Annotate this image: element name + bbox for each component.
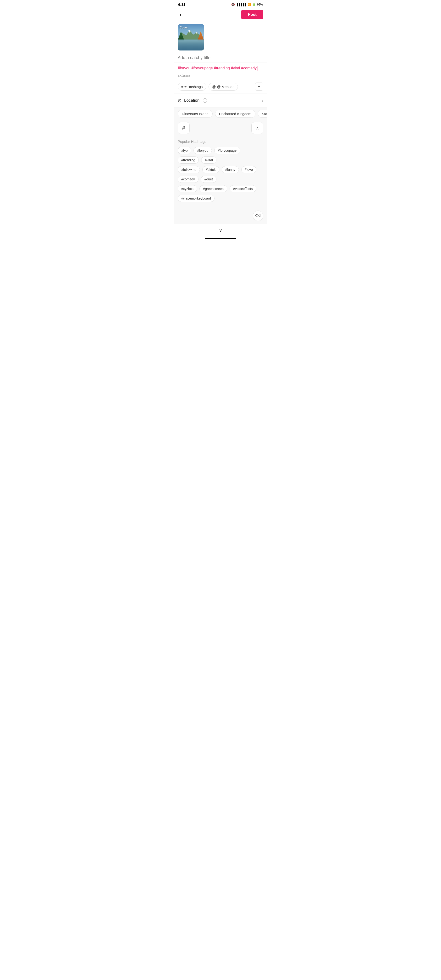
hashtags-button[interactable]: # # Hashtags [178, 83, 206, 91]
location-chip-dinosaurs[interactable]: Dinosaurs Island [178, 110, 213, 118]
tag-chip-love[interactable]: #love [241, 166, 256, 173]
mentions-row: @facemojikeyboard [178, 195, 263, 202]
more-button[interactable]: + [255, 83, 263, 91]
at-symbol-icon: @ [212, 85, 216, 89]
location-pin-icon: ⊙ [178, 98, 182, 103]
plus-icon: + [258, 84, 260, 89]
collapse-button[interactable]: ∧ [251, 122, 263, 134]
battery-icon: 🔋 [252, 3, 256, 6]
tag-chip-foryou[interactable]: #foryou [194, 147, 212, 154]
tags-row-1: #fyp #foryou #foryoupage #trending #vira… [178, 147, 263, 164]
top-nav: ‹ Post [174, 8, 267, 22]
location-chip-starcity[interactable]: Star City [258, 110, 267, 118]
location-info-icon: i [203, 98, 207, 103]
mention-button[interactable]: @ @ Mention [209, 83, 238, 91]
tag-viral: #viral [231, 66, 240, 70]
wifi-icon: 🛜 [247, 3, 251, 6]
mute-icon: 🔇 [231, 3, 235, 6]
popular-hashtags-title: Popular Hashtags [178, 140, 263, 143]
toolbar: # # Hashtags @ @ Mention + [174, 81, 267, 94]
chevron-down-icon[interactable]: ∨ [219, 227, 222, 233]
keyboard-dismiss-area: ⌫ [174, 208, 267, 224]
location-label: Location [184, 98, 200, 103]
tag-comedy: #comedy [241, 66, 257, 70]
hash-icon: # [182, 125, 185, 131]
tag-chip-voiceeffects[interactable]: #voiceeffects [230, 185, 256, 192]
water-reflection [178, 40, 204, 51]
keyboard-dismiss-button[interactable]: ⌫ [253, 210, 263, 221]
hash-symbol-icon: # [181, 85, 183, 89]
location-left: ⊙ Location i [178, 98, 207, 103]
hash-filter-button[interactable]: # [178, 122, 190, 134]
tag-trending: #trending [214, 66, 230, 70]
status-icons: 🔇 ▐▐▐▐▐ 🛜 🔋 92% [231, 3, 263, 6]
text-cursor [258, 66, 258, 71]
home-indicator [205, 238, 236, 239]
popular-hashtags-section: Popular Hashtags #fyp #foryou #foryoupag… [174, 136, 267, 208]
bottom-chevron-area: ∨ [174, 224, 267, 236]
description-area[interactable]: #foryou #foryoupage #trending #viral #co… [174, 62, 267, 72]
back-button[interactable]: ‹ [178, 10, 183, 19]
tags-row-2: #followme #tiktok #funny #love #comedy #… [178, 166, 263, 183]
location-chip-enchanted[interactable]: Enchanted Kingdom [215, 110, 255, 118]
location-chips-row: Dinosaurs Island Enchanted Kingdom Star … [174, 107, 267, 120]
tag-chip-duet[interactable]: #duet [201, 176, 216, 183]
battery-percent: 92% [257, 3, 263, 6]
tag-chip-fyp[interactable]: #fyp [178, 147, 191, 154]
tag-chip-xyzbca[interactable]: #xyzbca [178, 185, 197, 192]
cover-thumbnail[interactable]: Cover [178, 24, 204, 51]
status-bar: 6:31 🔇 ▐▐▐▐▐ 🛜 🔋 92% [174, 0, 267, 8]
tag-chip-viral[interactable]: #viral [201, 156, 216, 164]
collapse-icon: ∧ [256, 126, 259, 130]
tag-chip-funny[interactable]: #funny [222, 166, 239, 173]
title-input[interactable] [178, 55, 263, 60]
status-time: 6:31 [178, 2, 186, 6]
tag-chip-tiktok[interactable]: #tiktok [202, 166, 219, 173]
dismiss-icon: ⌫ [255, 213, 261, 218]
mention-label: @ Mention [217, 85, 234, 89]
tag-chip-greenscreen[interactable]: #greenscreen [200, 185, 227, 192]
tag-chip-foryoupage[interactable]: #foryoupage [214, 147, 240, 154]
cover-section: Cover [174, 22, 267, 53]
signal-icon: ▐▐▐▐▐ [236, 3, 246, 6]
tag-chip-trending[interactable]: #trending [178, 156, 199, 164]
tags-row-3: #xyzbca #greenscreen #voiceeffects [178, 185, 263, 192]
char-count-display: 45/4000 [178, 74, 190, 78]
tag-foryou: #foryou [178, 66, 190, 70]
char-count: 45/4000 [174, 72, 267, 81]
title-input-area [174, 53, 267, 62]
chevron-right-icon: › [262, 98, 263, 103]
mention-chip-facemoji[interactable]: @facemojikeyboard [178, 195, 214, 202]
hash-section: # ∧ [174, 120, 267, 136]
tag-chip-comedy[interactable]: #comedy [178, 176, 198, 183]
post-button[interactable]: Post [241, 10, 263, 19]
hashtag-text-content[interactable]: #foryou #foryoupage #trending #viral #co… [178, 65, 263, 71]
location-section[interactable]: ⊙ Location i › [174, 94, 267, 107]
cover-label: Cover [179, 25, 188, 29]
tag-foryoupage: #foryoupage [192, 66, 213, 70]
tag-chip-followme[interactable]: #followme [178, 166, 200, 173]
hashtags-label: # Hashtags [184, 85, 203, 89]
